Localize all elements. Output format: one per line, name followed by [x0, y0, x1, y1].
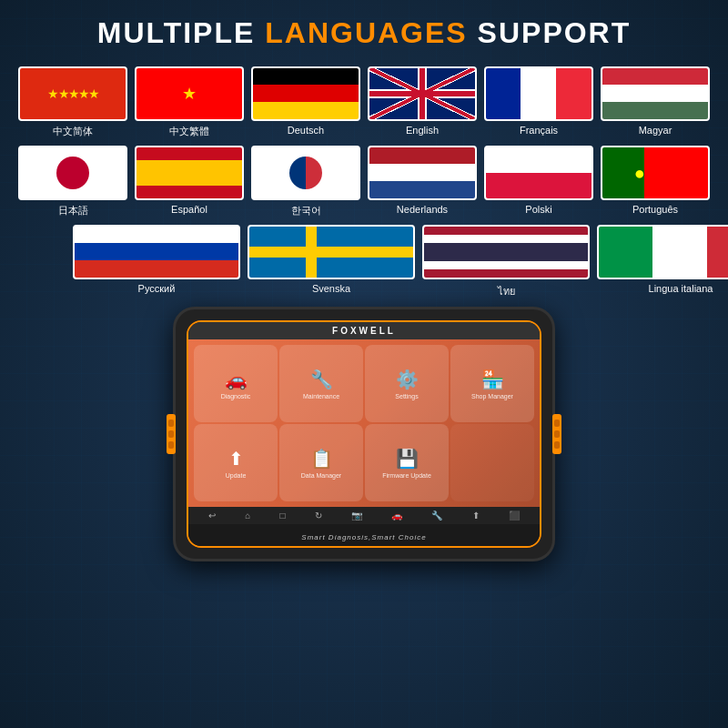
device-tagline: Smart Diagnosis,Smart Choice: [301, 533, 426, 541]
lang-item-german[interactable]: Deutsch: [251, 66, 360, 138]
lang-item-italian[interactable]: Lingua italiana: [597, 225, 728, 299]
lang-item-russian[interactable]: Русский: [73, 225, 240, 299]
grip-notch-r2: [554, 430, 560, 438]
app-maintenance[interactable]: 🔧 Maintenance: [279, 345, 363, 422]
lang-item-japanese[interactable]: 日本語: [18, 146, 127, 217]
main-content: MULTIPLE LANGUAGES SUPPORT 中文简体 中文繁體 Deu…: [0, 0, 728, 571]
grip-notch-2: [168, 430, 174, 438]
flag-taiwan: [135, 66, 244, 121]
lang-item-korean[interactable]: 한국어: [251, 146, 360, 217]
grip-notch-r1: [554, 420, 560, 427]
app-data-manager[interactable]: 📋 Data Manager: [279, 424, 363, 501]
app-diagnostic[interactable]: 🚗 Diagnostic: [194, 345, 278, 422]
firmware-update-label: Firmware Update: [382, 472, 431, 479]
lang-label-russian: Русский: [138, 283, 176, 294]
lang-item-hungarian[interactable]: Magyar: [601, 66, 710, 138]
lang-label-dutch: Nederlands: [397, 204, 448, 215]
firmware-update-icon: 💾: [396, 448, 419, 470]
flag-netherlands: [368, 146, 477, 200]
flag-france: [484, 66, 593, 121]
title-word3: SUPPORT: [478, 16, 632, 49]
lang-item-chinese-simplified[interactable]: 中文简体: [18, 66, 127, 138]
device-inner: FOXWELL 🚗 Diagnostic 🔧 Maintenance ⚙️ Se…: [187, 320, 541, 548]
language-row-3: Русский Svenska ไทย Lingua italiana: [73, 225, 728, 299]
lang-item-spanish[interactable]: Español: [135, 146, 244, 217]
flag-korea: [251, 146, 360, 200]
language-row-1: 中文简体 中文繁體 Deutsch English Français Magya…: [18, 66, 710, 138]
device-footer: Smart Diagnosis,Smart Choice: [188, 524, 540, 546]
lang-item-portuguese[interactable]: Português: [601, 146, 710, 217]
app-update[interactable]: ⬆ Update: [194, 424, 278, 501]
lang-label-german: Deutsch: [288, 125, 324, 136]
right-grip: [552, 414, 561, 454]
lang-label-thai: ไทย: [498, 283, 515, 299]
app-settings[interactable]: ⚙️ Settings: [365, 345, 449, 422]
app-placeholder: [450, 424, 534, 501]
left-grip: [167, 414, 176, 454]
lang-label-spanish: Español: [171, 204, 207, 215]
lang-label-korean: 한국어: [291, 204, 321, 217]
lang-label-french: Français: [520, 125, 558, 136]
lang-label-japanese: 日本語: [58, 204, 88, 217]
nav-refresh-icon[interactable]: ↻: [315, 511, 322, 521]
flag-spain: [135, 146, 244, 200]
app-shop-manager[interactable]: 🏪 Shop Manager: [450, 345, 534, 422]
lang-item-thai[interactable]: ไทย: [422, 225, 590, 299]
data-manager-icon: 📋: [310, 448, 333, 470]
foxwell-device: FOXWELL 🚗 Diagnostic 🔧 Maintenance ⚙️ Se…: [173, 307, 555, 561]
app-firmware-update[interactable]: 💾 Firmware Update: [365, 424, 449, 501]
lang-label-chinese-simplified: 中文简体: [53, 125, 93, 138]
lang-item-dutch[interactable]: Nederlands: [368, 146, 477, 217]
title-word2: LANGUAGES: [265, 16, 467, 49]
nav-wrench-icon[interactable]: 🔧: [431, 511, 442, 521]
flag-italy: [597, 225, 728, 279]
settings-label: Settings: [395, 393, 418, 399]
shop-manager-label: Shop Manager: [471, 393, 513, 399]
update-icon: ⬆: [228, 448, 244, 470]
lang-label-english: English: [406, 125, 439, 136]
grip-notch-1: [168, 420, 174, 427]
device-header: FOXWELL: [188, 322, 540, 339]
lang-item-swedish[interactable]: Svenska: [248, 225, 415, 299]
lang-label-italian: Lingua italiana: [649, 283, 713, 294]
lang-label-hungarian: Magyar: [639, 125, 672, 136]
flag-russia: [73, 225, 240, 279]
lang-item-polish[interactable]: Polski: [484, 146, 593, 217]
lang-label-portuguese: Português: [632, 204, 678, 215]
nav-home-icon[interactable]: ⌂: [245, 511, 250, 521]
nav-car-icon[interactable]: 🚗: [391, 511, 402, 521]
grip-notch-r3: [554, 441, 560, 449]
maintenance-icon: 🔧: [310, 369, 333, 390]
lang-item-french[interactable]: Français: [484, 66, 593, 138]
diagnostic-label: Diagnostic: [221, 393, 251, 399]
language-row-2: 日本語 Español 한국어 Nederlands Polski Portug…: [18, 146, 710, 217]
maintenance-label: Maintenance: [303, 393, 339, 399]
update-label: Update: [226, 472, 247, 479]
nav-exit-icon[interactable]: ⬛: [509, 511, 520, 521]
nav-back-icon[interactable]: ↩: [208, 511, 216, 521]
flag-japan: [18, 146, 127, 200]
data-manager-label: Data Manager: [301, 472, 341, 479]
lang-label-polish: Polski: [525, 204, 551, 215]
flag-hungary: [601, 66, 710, 121]
flag-germany: [251, 66, 360, 121]
flag-sweden: [248, 225, 415, 279]
flag-china: [18, 66, 127, 121]
shop-manager-icon: 🏪: [481, 369, 504, 390]
device-screen: 🚗 Diagnostic 🔧 Maintenance ⚙️ Settings 🏪…: [188, 339, 540, 507]
flag-portugal: [601, 146, 710, 200]
flag-thailand: [422, 225, 590, 279]
nav-screenshot-icon[interactable]: 📷: [351, 511, 362, 521]
lang-item-english[interactable]: English: [368, 66, 477, 138]
device-nav-bar: ↩ ⌂ □ ↻ 📷 🚗 🔧 ⬆ ⬛: [188, 507, 540, 524]
nav-up-icon[interactable]: ⬆: [472, 511, 480, 521]
lang-item-chinese-traditional[interactable]: 中文繁體: [135, 66, 244, 138]
device-brand-label: FOXWELL: [332, 326, 396, 336]
title-word1: MULTIPLE: [97, 16, 256, 49]
lang-label-swedish: Svenska: [312, 283, 350, 294]
flag-poland: [484, 146, 593, 200]
grip-notch-3: [168, 441, 174, 449]
nav-app-icon[interactable]: □: [280, 511, 286, 521]
diagnostic-icon: 🚗: [225, 369, 248, 390]
lang-label-chinese-traditional: 中文繁體: [169, 125, 209, 138]
